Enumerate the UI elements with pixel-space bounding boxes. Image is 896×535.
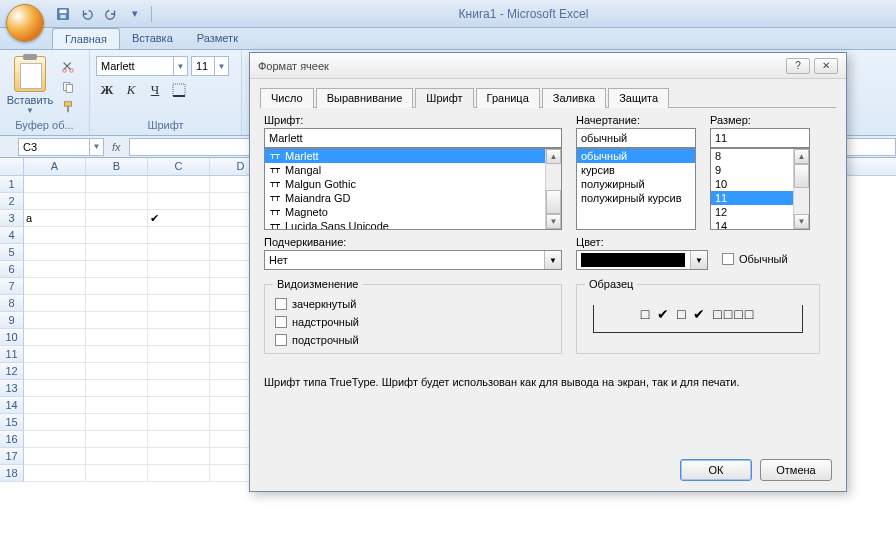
list-item[interactable]: ᴛᴛMarlett bbox=[265, 149, 561, 163]
cell[interactable] bbox=[148, 363, 210, 380]
cell[interactable] bbox=[86, 176, 148, 193]
row-header[interactable]: 16 bbox=[0, 431, 24, 448]
cut-icon[interactable] bbox=[58, 58, 78, 76]
row-header[interactable]: 15 bbox=[0, 414, 24, 431]
cancel-button[interactable]: Отмена bbox=[760, 459, 832, 481]
cell[interactable] bbox=[86, 414, 148, 431]
row-header[interactable]: 2 bbox=[0, 193, 24, 210]
font-listbox[interactable]: ᴛᴛMarlettᴛᴛMangalᴛᴛMalgun GothicᴛᴛMaiand… bbox=[264, 148, 562, 230]
font-input[interactable] bbox=[264, 128, 562, 148]
paste-button[interactable]: Вставить ▼ bbox=[6, 54, 54, 115]
size-input[interactable] bbox=[710, 128, 810, 148]
font-name-combo[interactable]: Marlett▼ bbox=[96, 56, 188, 76]
cell[interactable] bbox=[24, 227, 86, 244]
row-header[interactable]: 8 bbox=[0, 295, 24, 312]
fx-icon[interactable]: fx bbox=[112, 141, 121, 153]
cell[interactable] bbox=[24, 414, 86, 431]
cell[interactable] bbox=[24, 431, 86, 448]
scroll-down-icon[interactable]: ▼ bbox=[546, 214, 561, 229]
underline-combo[interactable]: Нет▼ bbox=[264, 250, 562, 270]
scrollbar[interactable]: ▲▼ bbox=[793, 149, 809, 229]
redo-icon[interactable] bbox=[100, 4, 122, 24]
cell[interactable] bbox=[148, 312, 210, 329]
cell[interactable]: a bbox=[24, 210, 86, 227]
select-all-corner[interactable] bbox=[0, 158, 24, 175]
size-listbox[interactable]: 8910111214▲▼ bbox=[710, 148, 810, 230]
dialog-tab[interactable]: Шрифт bbox=[415, 88, 473, 108]
cell[interactable] bbox=[86, 244, 148, 261]
cell[interactable] bbox=[148, 465, 210, 482]
cell[interactable] bbox=[86, 397, 148, 414]
help-button[interactable]: ? bbox=[786, 58, 810, 74]
scrollbar[interactable]: ▲▼ bbox=[545, 149, 561, 229]
row-header[interactable]: 6 bbox=[0, 261, 24, 278]
cell[interactable] bbox=[86, 227, 148, 244]
dialog-tab[interactable]: Защита bbox=[608, 88, 669, 108]
save-icon[interactable] bbox=[52, 4, 74, 24]
cell[interactable] bbox=[86, 193, 148, 210]
row-header[interactable]: 9 bbox=[0, 312, 24, 329]
dialog-tab[interactable]: Число bbox=[260, 88, 314, 108]
list-item[interactable]: курсив bbox=[577, 163, 695, 177]
cell[interactable] bbox=[86, 346, 148, 363]
undo-icon[interactable] bbox=[76, 4, 98, 24]
bold-button[interactable]: Ж bbox=[98, 81, 116, 99]
cell[interactable] bbox=[148, 244, 210, 261]
underline-button[interactable]: Ч bbox=[146, 81, 164, 99]
normal-font-checkbox[interactable]: Обычный bbox=[722, 250, 788, 268]
row-header[interactable]: 7 bbox=[0, 278, 24, 295]
font-size-combo[interactable]: 11▼ bbox=[191, 56, 229, 76]
cell[interactable] bbox=[148, 431, 210, 448]
row-header[interactable]: 18 bbox=[0, 465, 24, 482]
qat-customize-icon[interactable]: ▾ bbox=[124, 4, 146, 24]
cell[interactable] bbox=[86, 278, 148, 295]
col-header[interactable]: A bbox=[24, 158, 86, 175]
cell[interactable] bbox=[148, 448, 210, 465]
subscript-checkbox[interactable]: подстрочный bbox=[275, 331, 551, 349]
list-item[interactable]: полужирный курсив bbox=[577, 191, 695, 205]
format-painter-icon[interactable] bbox=[58, 98, 78, 116]
col-header[interactable]: B bbox=[86, 158, 148, 175]
list-item[interactable]: ᴛᴛMaiandra GD bbox=[265, 191, 561, 205]
cell[interactable] bbox=[86, 431, 148, 448]
cell[interactable] bbox=[86, 380, 148, 397]
cell[interactable]: ✔ bbox=[148, 210, 210, 227]
cell[interactable] bbox=[24, 448, 86, 465]
tab-layout[interactable]: Разметк bbox=[185, 28, 250, 49]
cell[interactable] bbox=[148, 227, 210, 244]
cell[interactable] bbox=[24, 295, 86, 312]
cell[interactable] bbox=[148, 278, 210, 295]
ok-button[interactable]: ОК bbox=[680, 459, 752, 481]
cell[interactable] bbox=[86, 448, 148, 465]
name-box[interactable]: C3▼ bbox=[18, 138, 104, 156]
cell[interactable] bbox=[86, 465, 148, 482]
border-button[interactable] bbox=[170, 81, 188, 99]
cell[interactable] bbox=[148, 261, 210, 278]
cell[interactable] bbox=[86, 312, 148, 329]
tab-insert[interactable]: Вставка bbox=[120, 28, 185, 49]
cell[interactable] bbox=[86, 329, 148, 346]
dialog-tab[interactable]: Заливка bbox=[542, 88, 606, 108]
cell[interactable] bbox=[24, 397, 86, 414]
row-header[interactable]: 10 bbox=[0, 329, 24, 346]
scroll-down-icon[interactable]: ▼ bbox=[794, 214, 809, 229]
row-header[interactable]: 11 bbox=[0, 346, 24, 363]
list-item[interactable]: ᴛᴛMangal bbox=[265, 163, 561, 177]
dialog-tab[interactable]: Граница bbox=[476, 88, 540, 108]
close-button[interactable]: ✕ bbox=[814, 58, 838, 74]
row-header[interactable]: 12 bbox=[0, 363, 24, 380]
scroll-thumb[interactable] bbox=[794, 164, 809, 188]
cell[interactable] bbox=[148, 380, 210, 397]
col-header[interactable]: C bbox=[148, 158, 210, 175]
cell[interactable] bbox=[148, 193, 210, 210]
cell[interactable] bbox=[24, 312, 86, 329]
list-item[interactable]: ᴛᴛMagneto bbox=[265, 205, 561, 219]
tab-home[interactable]: Главная bbox=[52, 28, 120, 49]
cell[interactable] bbox=[86, 295, 148, 312]
list-item[interactable]: обычный bbox=[577, 149, 695, 163]
dialog-titlebar[interactable]: Формат ячеек ? ✕ bbox=[250, 53, 846, 79]
office-button[interactable] bbox=[6, 4, 44, 42]
cell[interactable] bbox=[24, 346, 86, 363]
cell[interactable] bbox=[148, 176, 210, 193]
scroll-up-icon[interactable]: ▲ bbox=[794, 149, 809, 164]
